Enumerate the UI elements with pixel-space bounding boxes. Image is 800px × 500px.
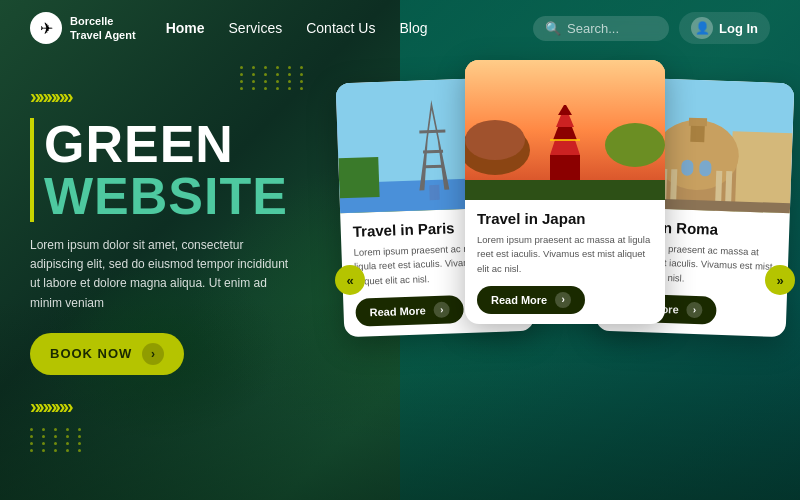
- headline-line1: GREEN: [44, 118, 350, 170]
- dot: [252, 66, 255, 69]
- dot: [42, 428, 45, 431]
- card-prev-button[interactable]: «: [335, 265, 365, 295]
- user-icon: 👤: [691, 17, 713, 39]
- decorative-dots-bottom: [30, 428, 350, 452]
- dot: [54, 435, 57, 438]
- dot: [264, 87, 267, 90]
- dot: [30, 428, 33, 431]
- dot: [288, 66, 291, 69]
- dot: [252, 87, 255, 90]
- headline-line2: WEBSITE: [44, 170, 350, 222]
- dot: [42, 435, 45, 438]
- dot: [54, 428, 57, 431]
- dot: [300, 66, 303, 69]
- search-input[interactable]: [567, 21, 657, 36]
- hero-description: Lorem ipsum dolor sit amet, consectetur …: [30, 236, 300, 313]
- dot: [264, 66, 267, 69]
- nav-services[interactable]: Services: [229, 20, 283, 36]
- dot: [54, 442, 57, 445]
- card-next-button[interactable]: »: [765, 265, 795, 295]
- logo-icon: ✈: [30, 12, 62, 44]
- japan-card-body: Travel in Japan Lorem ipsum praesent ac …: [465, 200, 665, 324]
- svg-point-11: [465, 120, 525, 160]
- dot: [252, 73, 255, 76]
- logo-text: Borcelle Travel Agent: [70, 14, 136, 43]
- dot: [30, 449, 33, 452]
- dot: [276, 66, 279, 69]
- book-now-button[interactable]: BOOK NOW ›: [30, 333, 184, 375]
- svg-point-12: [605, 123, 665, 167]
- search-icon: 🔍: [545, 21, 561, 36]
- page-wrapper: ✈ Borcelle Travel Agent Home Services Co…: [0, 0, 800, 500]
- dot: [42, 449, 45, 452]
- dot: [288, 73, 291, 76]
- dot: [78, 442, 81, 445]
- dot: [264, 73, 267, 76]
- svg-marker-14: [550, 140, 580, 155]
- dot: [78, 428, 81, 431]
- dot: [252, 80, 255, 83]
- plane-icon: ✈: [40, 19, 53, 38]
- card-japan: Travel in Japan Lorem ipsum praesent ac …: [465, 60, 665, 324]
- dot: [78, 435, 81, 438]
- japan-scene-svg: [465, 60, 665, 200]
- japan-read-more-button[interactable]: Read More ›: [477, 286, 585, 314]
- dot: [240, 87, 243, 90]
- nav-contact[interactable]: Contact Us: [306, 20, 375, 36]
- dot: [240, 66, 243, 69]
- japan-card-text: Lorem ipsum praesent ac massa at ligula …: [477, 233, 653, 276]
- logo[interactable]: ✈ Borcelle Travel Agent: [30, 12, 136, 44]
- dot: [300, 73, 303, 76]
- book-now-label: BOOK NOW: [50, 346, 132, 361]
- dot: [42, 442, 45, 445]
- dot: [288, 80, 291, 83]
- nav-home[interactable]: Home: [166, 20, 205, 36]
- dot: [66, 428, 69, 431]
- japan-image: [465, 60, 665, 200]
- chevrons-bottom: »»»»»: [30, 395, 350, 418]
- dot: [276, 80, 279, 83]
- dot: [300, 87, 303, 90]
- login-button[interactable]: 👤 Log In: [679, 12, 770, 44]
- dot: [30, 442, 33, 445]
- dot: [66, 449, 69, 452]
- dot: [66, 442, 69, 445]
- dot: [78, 449, 81, 452]
- dot: [240, 80, 243, 83]
- main-content: »»»»» GREEN WEBSITE Lorem ipsum dolor si…: [0, 56, 800, 496]
- svg-rect-20: [465, 180, 665, 200]
- dot: [30, 435, 33, 438]
- search-box[interactable]: 🔍: [533, 16, 669, 41]
- nav-blog[interactable]: Blog: [399, 20, 427, 36]
- left-panel: »»»»» GREEN WEBSITE Lorem ipsum dolor si…: [30, 66, 350, 452]
- dot: [276, 73, 279, 76]
- dot: [66, 435, 69, 438]
- japan-read-more-arrow-icon: ›: [555, 292, 571, 308]
- navbar: ✈ Borcelle Travel Agent Home Services Co…: [0, 0, 800, 56]
- nav-links: Home Services Contact Us Blog: [166, 20, 533, 36]
- dot: [264, 80, 267, 83]
- nav-right: 🔍 👤 Log In: [533, 12, 770, 44]
- headline-block: GREEN WEBSITE: [30, 118, 350, 222]
- dot: [276, 87, 279, 90]
- dot: [240, 73, 243, 76]
- dot: [54, 449, 57, 452]
- book-now-arrow-icon: ›: [142, 343, 164, 365]
- dot: [288, 87, 291, 90]
- japan-card-title: Travel in Japan: [477, 210, 653, 227]
- dot: [300, 80, 303, 83]
